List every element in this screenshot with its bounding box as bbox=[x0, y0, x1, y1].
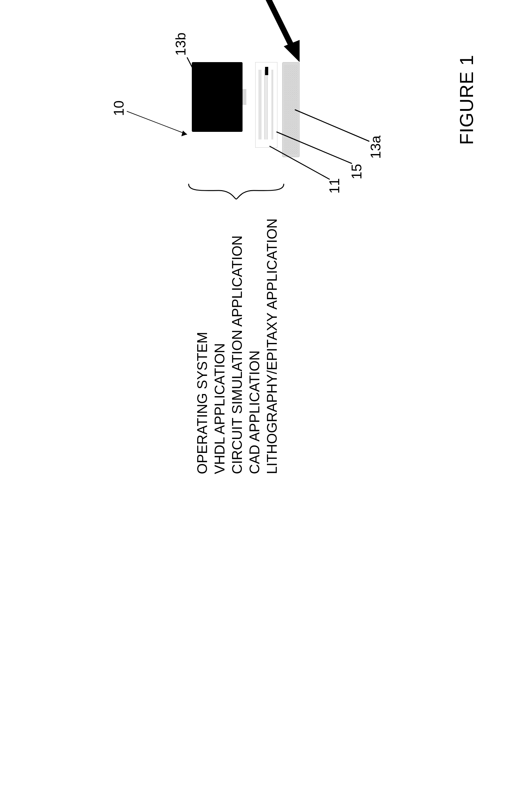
reference-label-11: 11 bbox=[327, 178, 342, 194]
curly-brace-icon bbox=[187, 176, 285, 201]
figure-canvas: OPERATING SYSTEM VHDL APPLICATION CIRCUI… bbox=[0, 0, 506, 506]
monitor-icon bbox=[192, 62, 243, 132]
system-unit-icon bbox=[255, 62, 277, 148]
svg-marker-1 bbox=[181, 130, 187, 136]
reference-label-10: 10 bbox=[111, 100, 127, 116]
software-stack-list: OPERATING SYSTEM VHDL APPLICATION CIRCUI… bbox=[193, 218, 280, 474]
svg-line-5 bbox=[295, 110, 369, 141]
power-button-icon bbox=[265, 67, 268, 75]
svg-line-0 bbox=[127, 111, 187, 134]
drive-slot-icon bbox=[271, 70, 273, 140]
list-item: CAD APPLICATION bbox=[246, 218, 263, 474]
reference-label-13b: 13b bbox=[173, 33, 189, 56]
keyboard-texture bbox=[284, 65, 298, 154]
svg-line-7 bbox=[228, 0, 295, 53]
figure-caption: FIGURE 1 bbox=[455, 55, 478, 145]
list-item: CIRCUIT SIMULATION APPLICATION bbox=[228, 218, 246, 474]
list-item: VHDL APPLICATION bbox=[211, 218, 228, 474]
reference-label-13a: 13a bbox=[368, 136, 384, 159]
reference-label-15: 15 bbox=[349, 164, 364, 179]
keyboard-icon bbox=[282, 62, 300, 157]
drive-slot-icon bbox=[259, 70, 261, 140]
list-item: OPERATING SYSTEM bbox=[193, 218, 211, 474]
monitor-stand-icon bbox=[243, 89, 246, 105]
drive-slot-icon bbox=[264, 70, 268, 140]
list-item: LITHOGRAPHY/EPITAXY APPLICATION bbox=[263, 218, 280, 474]
workstation-icon bbox=[192, 62, 303, 160]
svg-marker-8 bbox=[284, 40, 300, 62]
